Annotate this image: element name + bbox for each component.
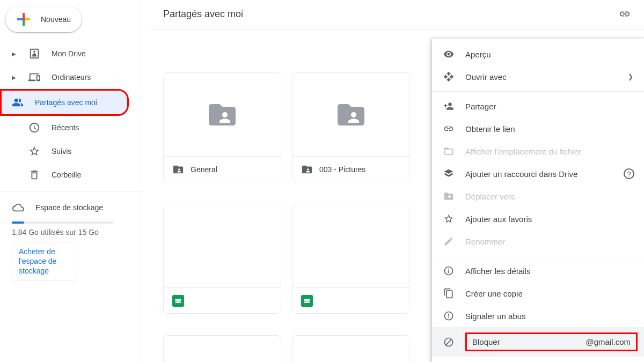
sidebar-item-recents[interactable]: Récents — [0, 116, 142, 139]
star-outline-icon — [443, 213, 455, 225]
menu-share[interactable]: Partager — [432, 95, 644, 117]
drive-icon — [28, 47, 41, 60]
folder-card[interactable]: General — [163, 72, 281, 182]
menu-move-to: Déplacer vers — [432, 185, 644, 208]
storage-bar — [12, 221, 114, 224]
sidebar-item-shared-with-me[interactable]: Partagés avec moi — [0, 89, 129, 116]
sheets-icon — [301, 295, 313, 307]
sidebar-item-label: Récents — [52, 123, 79, 132]
sidebar-item-my-drive[interactable]: ▶ Mon Drive — [0, 42, 142, 65]
menu-open-with[interactable]: Ouvrir avec ❯ — [432, 65, 644, 88]
sidebar-item-computers[interactable]: ▶ Ordinateurs — [0, 65, 142, 89]
card-footer: General — [164, 156, 281, 182]
sheets-icon — [172, 295, 184, 307]
shared-folder-icon — [203, 99, 241, 131]
storage-label: Espace de stockage — [35, 203, 103, 212]
sidebar-item-label: Suivis — [52, 147, 71, 156]
shared-icon — [11, 96, 24, 109]
sheets-card[interactable] — [292, 204, 410, 314]
menu-label: Ouvrir avec — [465, 72, 507, 82]
buy-storage-button[interactable]: Acheter de l'espace de stockage — [12, 242, 76, 281]
menu-show-details[interactable]: Afficher les détails — [432, 260, 644, 282]
storage-section: Espace de stockage 1,84 Go utilisés sur … — [0, 191, 142, 281]
shared-folder-icon — [332, 99, 370, 131]
devices-icon — [28, 71, 41, 84]
block-prefix: Bloquer — [472, 337, 500, 346]
menu-label: Aperçu — [465, 50, 491, 59]
menu-label: Déplacer vers — [465, 192, 515, 201]
shared-folder-small-icon — [172, 164, 184, 175]
file-card[interactable] — [292, 335, 410, 362]
chevron-right-icon: ❯ — [628, 73, 633, 80]
menu-add-favorites[interactable]: Ajouter aux favoris — [432, 208, 644, 230]
svg-rect-3 — [17, 18, 23, 20]
svg-rect-0 — [23, 13, 25, 18]
expand-icon: ▶ — [12, 75, 17, 80]
menu-label: Afficher l'emplacement du fichier — [465, 147, 581, 156]
menu-add-shortcut[interactable]: Ajouter un raccourci dans Drive ? — [432, 162, 644, 185]
page-title-text: Partagés avec moi — [163, 9, 243, 20]
svg-point-4 — [33, 51, 35, 53]
page-header: Partagés avec moi — [150, 0, 644, 29]
sidebar: Nouveau ▶ Mon Drive ▶ Ordinateurs Partag… — [0, 0, 142, 362]
storage-bar-fill — [12, 221, 24, 224]
pencil-icon — [443, 235, 455, 247]
card-preview — [292, 73, 409, 156]
menu-show-location: Afficher l'emplacement du fichier — [432, 140, 644, 162]
help-icon[interactable]: ? — [624, 168, 634, 179]
menu-label: Afficher les détails — [465, 267, 530, 276]
cloud-icon — [12, 201, 25, 214]
card-footer — [164, 287, 281, 313]
shared-folder-small-icon — [301, 164, 313, 175]
plus-icon — [14, 10, 33, 29]
card-footer — [292, 287, 409, 313]
menu-get-link[interactable]: Obtenir le lien — [432, 117, 644, 140]
sidebar-item-trash[interactable]: Corbeille — [0, 163, 142, 187]
card-preview — [164, 204, 281, 287]
menu-label: Ajouter un raccourci dans Drive — [465, 169, 577, 179]
sidebar-item-label: Corbeille — [52, 171, 81, 179]
move-icon — [443, 71, 455, 83]
copy-icon — [443, 287, 455, 299]
menu-separator — [432, 91, 644, 92]
sidebar-item-label: Mon Drive — [52, 49, 86, 58]
storage-usage-text: 1,84 Go utilisés sur 15 Go — [12, 228, 142, 237]
menu-label: Partager — [465, 102, 496, 111]
info-icon — [443, 265, 455, 277]
folder-name: 003 - Pictures — [319, 165, 365, 174]
sidebar-item-label: Ordinateurs — [52, 73, 91, 82]
menu-rename: Renommer — [432, 230, 644, 253]
link-icon — [443, 123, 455, 135]
link-icon[interactable] — [618, 8, 631, 20]
new-button-label: Nouveau — [41, 15, 71, 24]
sheets-card[interactable] — [163, 204, 281, 314]
context-menu: Aperçu Ouvrir avec ❯ Partager Obtenir le… — [432, 39, 644, 362]
svg-rect-2 — [23, 20, 25, 26]
folder-card[interactable]: 003 - Pictures — [292, 72, 410, 182]
expand-icon: ▶ — [12, 51, 17, 57]
warning-icon — [443, 310, 455, 322]
card-preview — [292, 204, 409, 287]
menu-download[interactable]: Télécharger — [432, 357, 644, 362]
card-preview — [164, 73, 281, 156]
sidebar-item-starred[interactable]: Suivis — [0, 139, 142, 163]
star-icon — [28, 145, 41, 158]
menu-block[interactable]: Bloquer @gmail.com — [432, 327, 644, 357]
menu-preview[interactable]: Aperçu — [432, 43, 644, 65]
clock-icon — [28, 121, 41, 134]
menu-make-copy[interactable]: Créer une copie — [432, 282, 644, 305]
block-icon — [443, 336, 455, 348]
card-footer: 003 - Pictures — [292, 156, 409, 182]
menu-report-abuse[interactable]: Signaler un abus — [432, 305, 644, 327]
menu-label: Ajouter aux favoris — [465, 215, 532, 224]
storage-link[interactable]: Espace de stockage — [12, 197, 142, 218]
file-card[interactable] — [163, 335, 281, 362]
svg-rect-1 — [25, 18, 30, 20]
drive-shortcut-icon — [443, 168, 455, 180]
block-suffix: @gmail.com — [586, 337, 631, 346]
new-button[interactable]: Nouveau — [5, 6, 82, 32]
block-email-highlight: Bloquer @gmail.com — [465, 333, 638, 351]
menu-label: Renommer — [465, 237, 505, 246]
menu-label: Créer une copie — [465, 289, 523, 298]
sidebar-item-label: Partagés avec moi — [35, 98, 97, 107]
